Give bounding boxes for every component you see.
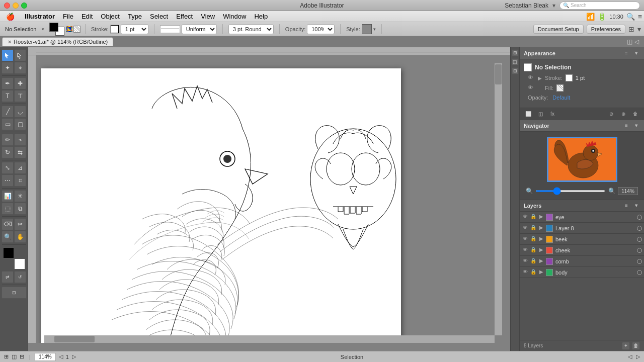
artboard-nav-icon[interactable]: ◁ xyxy=(628,353,632,360)
line-tool[interactable]: ╱ xyxy=(2,106,14,118)
none-swatch[interactable] xyxy=(73,26,80,33)
page-next-icon[interactable]: ▷ xyxy=(72,353,76,360)
fill-color-box[interactable] xyxy=(556,84,564,92)
zoom-slider[interactable] xyxy=(535,190,605,192)
menu-select[interactable]: Select xyxy=(146,12,172,21)
layer-lock-icon[interactable]: 🔒 xyxy=(530,269,537,276)
layer-target-icon[interactable] xyxy=(637,215,642,220)
vertical-scrollbar[interactable] xyxy=(495,63,502,335)
layer-eye-icon[interactable]: 👁 xyxy=(522,214,529,221)
arrange-panels-icon[interactable]: ◫ xyxy=(627,38,632,45)
appearance-collapse-icon[interactable]: ▾ xyxy=(632,49,640,57)
brush-select[interactable]: 3 pt. Round xyxy=(228,24,274,34)
layer-target-icon[interactable] xyxy=(637,270,642,275)
user-dropdown-icon[interactable]: ▾ xyxy=(552,2,555,9)
menu-help[interactable]: Help xyxy=(250,12,272,21)
zoom-out-icon[interactable]: 🔍 xyxy=(526,188,533,195)
foreground-color-box[interactable] xyxy=(3,247,14,258)
notification-icon[interactable]: ≡ xyxy=(638,13,642,21)
search-box[interactable]: 🔍 Search xyxy=(559,2,640,10)
status-icon-2[interactable]: ◫ xyxy=(12,353,17,360)
layer-lock-icon[interactable]: 🔒 xyxy=(530,225,537,232)
appearance-trash-icon[interactable]: 🗑 xyxy=(631,109,640,118)
scale-tool[interactable]: ⤡ xyxy=(2,162,14,174)
menu-type[interactable]: Type xyxy=(124,12,146,21)
stroke-eye-icon[interactable]: 👁 xyxy=(528,74,535,81)
rotate-tool[interactable]: ↻ xyxy=(2,146,14,158)
opacity-select[interactable]: 100% xyxy=(307,24,335,34)
layer-row[interactable]: 👁 🔒 ▶ cheek xyxy=(520,245,644,256)
hand-tool[interactable]: ✋ xyxy=(14,231,26,243)
delete-layer-btn[interactable]: 🗑 xyxy=(632,342,640,350)
layer-target-icon[interactable] xyxy=(637,248,642,253)
fill-eye-icon[interactable]: 👁 xyxy=(528,84,535,92)
maximize-button[interactable] xyxy=(21,3,27,9)
horizontal-scrollbar[interactable] xyxy=(44,335,495,343)
magic-wand-tool[interactable]: ✦ xyxy=(2,62,14,74)
add-layer-btn[interactable]: + xyxy=(622,342,630,350)
canvas[interactable] xyxy=(36,55,502,343)
style-swatch[interactable] xyxy=(362,24,372,34)
opacity-appearance-value[interactable]: Default xyxy=(552,95,570,101)
arc-tool[interactable]: ◡ xyxy=(14,106,26,118)
zoom-level-input[interactable]: 114% xyxy=(618,187,638,195)
preferences-button[interactable]: Preferences xyxy=(587,25,625,34)
search-icon[interactable]: 🔍 xyxy=(626,13,635,21)
appearance-copy-icon[interactable]: ⊕ xyxy=(619,109,628,118)
navigator-thumbnail[interactable] xyxy=(547,137,617,182)
layer-target-icon[interactable] xyxy=(637,237,642,242)
layer-expand-icon[interactable]: ▶ xyxy=(538,269,545,276)
layer-lock-icon[interactable]: 🔒 xyxy=(530,258,537,265)
layer-eye-icon[interactable]: 👁 xyxy=(522,247,529,254)
canvas-area[interactable] xyxy=(28,47,510,351)
side-btn-1[interactable]: ⊞ xyxy=(512,49,519,56)
add-anchor-tool[interactable]: ✚ xyxy=(14,77,26,89)
zoom-in-icon[interactable]: 🔍 xyxy=(608,188,616,195)
reflect-tool[interactable]: ⇆ xyxy=(14,146,26,158)
layer-expand-icon[interactable]: ▶ xyxy=(538,258,545,265)
layer-lock-icon[interactable]: 🔒 xyxy=(530,214,537,221)
page-prev-icon[interactable]: ◁ xyxy=(59,353,63,360)
screen-mode-btn[interactable]: ⊡ xyxy=(2,287,27,299)
layer-target-icon[interactable] xyxy=(637,259,642,264)
menu-file[interactable]: File xyxy=(59,12,77,21)
selection-dropdown-icon[interactable]: ▾ xyxy=(42,27,44,32)
document-setup-button[interactable]: Document Setup xyxy=(533,25,584,34)
status-icon-3[interactable]: ⊟ xyxy=(20,353,24,360)
fill-expand-icon[interactable]: ▶ xyxy=(538,85,542,91)
layer-row[interactable]: 👁 🔒 ▶ eye xyxy=(520,212,644,223)
zoom-tool[interactable]: 🔍 xyxy=(2,231,14,243)
rounded-rect-tool[interactable]: ▢ xyxy=(14,118,26,130)
menu-apple[interactable]: 🍎 xyxy=(2,12,19,22)
menu-view[interactable]: View xyxy=(197,12,219,21)
artboard-tool[interactable]: ⬚ xyxy=(2,203,14,215)
layer-eye-icon[interactable]: 👁 xyxy=(522,269,529,276)
layer-eye-icon[interactable]: 👁 xyxy=(522,225,529,232)
menu-edit[interactable]: Edit xyxy=(77,12,97,21)
menu-effect[interactable]: Effect xyxy=(172,12,197,21)
area-type-tool[interactable]: ⊤ xyxy=(14,90,26,102)
layer-target-icon[interactable] xyxy=(637,226,642,231)
selection-tool[interactable] xyxy=(2,49,14,61)
layer-row[interactable]: 👁 🔒 ▶ Layer 8 xyxy=(520,223,644,234)
type-tool[interactable]: T xyxy=(2,90,14,102)
blob-brush-tool[interactable]: ⌁ xyxy=(14,134,26,146)
layers-menu-icon[interactable]: ≡ xyxy=(622,202,630,210)
layer-eye-icon[interactable]: 👁 xyxy=(522,236,529,243)
appearance-layer-icon[interactable]: ◫ xyxy=(536,109,545,118)
document-tab[interactable]: ✕ Rooster-v1.ai* @ 114% (RGB/Outline) xyxy=(2,37,113,46)
background-color-box[interactable] xyxy=(14,258,25,269)
column-graph-tool[interactable]: 📊 xyxy=(2,190,14,202)
symbol-sprayer-tool[interactable]: ✳ xyxy=(14,190,26,202)
layer-expand-icon[interactable]: ▶ xyxy=(538,236,545,243)
layer-row[interactable]: 👁 🔒 ▶ body xyxy=(520,267,644,278)
appearance-doc-icon[interactable]: ⬜ xyxy=(524,109,533,118)
navigator-menu-icon[interactable]: ≡ xyxy=(622,122,630,130)
collapse-icon[interactable]: ◁ xyxy=(634,38,639,45)
direct-selection-tool[interactable] xyxy=(14,49,26,61)
stroke-swatch[interactable] xyxy=(110,25,119,34)
stroke-weight-select[interactable]: 1 pt xyxy=(121,24,148,34)
layer-eye-icon[interactable]: 👁 xyxy=(522,258,529,265)
warp-tool[interactable]: ⋯ xyxy=(2,174,14,187)
side-btn-3[interactable]: ⊟ xyxy=(512,67,519,74)
